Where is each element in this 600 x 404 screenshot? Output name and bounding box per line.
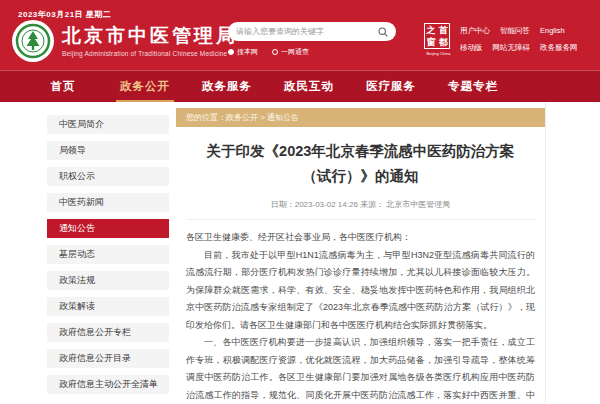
header-quick-links: 用户中心 智能问答 English 移动版 网站无障碍 政务服务网 [460, 26, 578, 60]
quick-links-row-1: 用户中心 智能问答 English [460, 26, 578, 36]
link-gov-service[interactable]: 政务服务网 [540, 43, 578, 53]
link-english[interactable]: English [540, 26, 565, 36]
topbar: 2023年03月21日 星期二 [0, 0, 600, 18]
search-area: 搜本网 一网通查 [228, 22, 396, 57]
sidebar-menu: 中医局简介 局领导 职权公示 中医药新闻 通知公告 基层动态 政策法规 政策解读… [40, 102, 176, 404]
search-icon[interactable] [378, 27, 388, 37]
link-accessibility[interactable]: 网站无障碍 [493, 43, 531, 53]
seal-char: 之 [425, 24, 437, 36]
search-input[interactable] [236, 27, 378, 36]
capital-window-seal-icon: 之 首 窗 都 [424, 23, 450, 49]
seal-char: 都 [437, 36, 449, 48]
sidebar-item-grassroots[interactable]: 基层动态 [47, 245, 169, 264]
nav-item-public-interaction[interactable]: 政民互动 [268, 71, 350, 102]
article-panel: 您的位置：政务公开 > 通知公告 关于印发《2023年北京春季流感中医药防治方案… [176, 102, 546, 404]
article-body: 各区卫生健康委、经开区社会事业局，各中医医疗机构： 目前，我市处于以甲型H1N1… [186, 229, 535, 404]
nav-item-home[interactable]: 首页 [22, 71, 104, 102]
sidebar-item-leaders[interactable]: 局领导 [47, 141, 169, 160]
scope-option-label: 搜本网 [237, 47, 258, 57]
article: 关于印发《2023年北京春季流感中医药防治方案（试行）》的通知 日期：2023-… [176, 127, 545, 404]
sidebar-item-info-disclosure-column[interactable]: 政府信息公开专栏 [47, 323, 169, 342]
seal-char: 窗 [425, 36, 437, 48]
nav-item-gov-disclosure[interactable]: 政务公开 [104, 71, 186, 102]
main-nav: 首页 政务公开 政务服务 政民互动 医疗服务 专题专栏 [0, 70, 600, 102]
sidebar-item-disclosure-full-list[interactable]: 政府信息主动公开全清单 [47, 375, 169, 394]
article-title: 关于印发《2023年北京春季流感中医药防治方案（试行）》的通知 [186, 139, 535, 188]
capital-window-caption: Beijing·China [427, 51, 448, 56]
article-paragraph: 一、各中医医疗机构要进一步提高认识，加强组织领导，落实一把手责任，成立工作专班，… [186, 334, 535, 404]
agency-emblem-logo [12, 20, 54, 62]
scope-option-label: 一网通查 [281, 47, 309, 57]
sidebar-item-policies[interactable]: 政策法规 [47, 271, 169, 290]
sidebar-item-duties[interactable]: 职权公示 [47, 167, 169, 186]
seal-char: 首 [437, 24, 449, 36]
sidebar-item-info-disclosure-catalog[interactable]: 政府信息公开目录 [47, 349, 169, 368]
site-title-english: Beijing Administration of Traditional Ch… [62, 50, 238, 57]
nav-item-special-topics[interactable]: 专题专栏 [432, 71, 514, 102]
link-user-center[interactable]: 用户中心 [460, 26, 490, 36]
article-meta: 日期：2023-03-02 14:26 来源： 北京市中医管理局 [186, 199, 535, 220]
search-box[interactable] [228, 22, 396, 41]
sidebar-item-notices[interactable]: 通知公告 [47, 219, 169, 238]
scope-option-citywide[interactable]: 一网通查 [272, 47, 309, 57]
brand-text: 北京市中医管理局 Beijing Administration of Tradi… [62, 25, 238, 57]
page: 2023年03月21日 星期二 北京市中医管理局 Beijing Adminis… [0, 0, 600, 404]
radio-selected-icon[interactable] [228, 49, 234, 55]
quick-links-row-2: 移动版 网站无障碍 政务服务网 [460, 43, 578, 53]
breadcrumb[interactable]: 您的位置：政务公开 > 通知公告 [176, 108, 545, 127]
link-smart-qa[interactable]: 智能问答 [500, 26, 530, 36]
site-title: 北京市中医管理局 [62, 25, 238, 48]
tcm-emblem-icon [15, 23, 51, 59]
content-area: 中医局简介 局领导 职权公示 中医药新闻 通知公告 基层动态 政策法规 政策解读… [40, 102, 546, 404]
radio-unselected-icon[interactable] [272, 49, 278, 55]
article-paragraph: 目前，我市处于以甲型H1N1流感病毒为主，与甲型H3N2亚型流感病毒共同流行的流… [186, 247, 535, 335]
scope-option-site[interactable]: 搜本网 [228, 47, 258, 57]
nav-item-medical-services[interactable]: 医疗服务 [350, 71, 432, 102]
sidebar-item-policy-interpretation[interactable]: 政策解读 [47, 297, 169, 316]
search-scope-options: 搜本网 一网通查 [228, 47, 396, 57]
sidebar-item-intro[interactable]: 中医局简介 [47, 115, 169, 134]
capital-window-logo[interactable]: 之 首 窗 都 Beijing·China [424, 23, 450, 56]
nav-item-gov-services[interactable]: 政务服务 [186, 71, 268, 102]
article-paragraph: 各区卫生健康委、经开区社会事业局，各中医医疗机构： [186, 229, 535, 247]
sidebar-item-tcm-news[interactable]: 中医药新闻 [47, 193, 169, 212]
link-mobile-version[interactable]: 移动版 [460, 43, 483, 53]
site-header: 北京市中医管理局 Beijing Administration of Tradi… [0, 18, 600, 70]
site-brand[interactable]: 北京市中医管理局 Beijing Administration of Tradi… [12, 20, 238, 62]
